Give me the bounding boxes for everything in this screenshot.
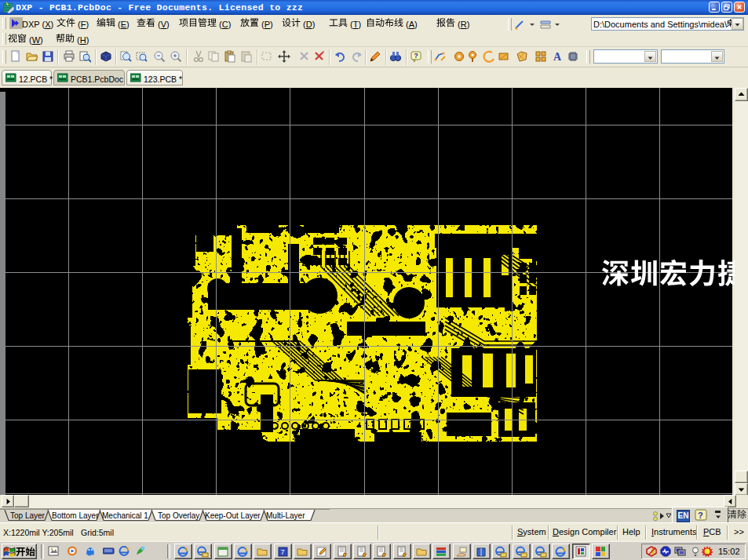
svg-text:7: 7 — [281, 548, 285, 556]
svg-text:Top Overlay: Top Overlay — [158, 511, 199, 520]
svg-text:Bottom Layer: Bottom Layer — [52, 511, 99, 520]
svg-text:Mechanical 1: Mechanical 1 — [102, 511, 148, 520]
svg-text:Multi-Layer: Multi-Layer — [266, 511, 305, 520]
svg-text:A: A — [553, 51, 562, 63]
svg-text:?: ? — [414, 52, 418, 60]
svg-text:?: ? — [698, 511, 703, 520]
svg-text:Top Layer: Top Layer — [10, 511, 46, 520]
svg-text:Keep-Out Layer: Keep-Out Layer — [205, 511, 261, 520]
